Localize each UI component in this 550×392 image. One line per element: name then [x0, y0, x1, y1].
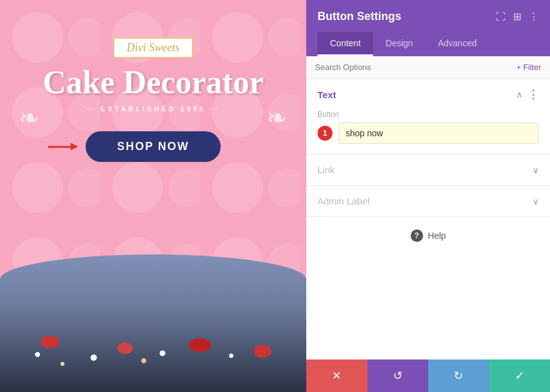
button-field-row: 1 — [318, 123, 539, 144]
filter-button[interactable]: + Filter — [516, 63, 541, 72]
cancel-button[interactable]: ✕ — [306, 359, 368, 392]
brand-badge: Divi Sweets — [113, 38, 193, 58]
arrow-indicator — [48, 146, 73, 148]
established-text: — ESTABLISHED 1996 — — [87, 105, 219, 113]
arrow-shaft — [48, 146, 73, 148]
admin-label-section-title: Admin Label — [318, 196, 369, 206]
admin-label-section-header[interactable]: Admin Label ∨ — [306, 186, 550, 216]
text-section-header[interactable]: Text ∧ ⋮ — [306, 79, 550, 110]
admin-label-section: Admin Label ∨ — [306, 186, 550, 217]
main-title: Cake Decorator — [42, 64, 264, 100]
settings-body: Text ∧ ⋮ Button 1 Link ∨ — [306, 79, 550, 359]
button-text-input[interactable] — [339, 123, 539, 144]
step-badge: 1 — [318, 126, 332, 141]
more-options-icon[interactable]: ⋮ — [529, 11, 539, 23]
tab-content[interactable]: Content — [318, 32, 373, 56]
preview-panel: Divi Sweets Cake Decorator ❧ ❧ — ESTABLI… — [0, 0, 306, 392]
text-section: Text ∧ ⋮ Button 1 — [306, 79, 550, 154]
settings-tabs: Content Design Advanced — [318, 32, 539, 56]
search-input[interactable] — [315, 63, 516, 72]
grid-icon[interactable]: ⊞ — [513, 11, 521, 23]
fullscreen-icon[interactable]: ⛶ — [496, 11, 506, 23]
settings-header: Button Settings ⛶ ⊞ ⋮ Content Design Adv… — [306, 0, 550, 56]
shop-now-button[interactable]: SHOP NOW — [86, 131, 221, 162]
redo-button[interactable]: ↻ — [428, 359, 489, 392]
link-section: Link ∨ — [306, 154, 550, 186]
link-expand-icon[interactable]: ∨ — [532, 165, 539, 175]
tab-advanced[interactable]: Advanced — [426, 32, 489, 56]
text-section-content: Button 1 — [306, 110, 550, 154]
button-field-label: Button — [318, 110, 539, 119]
button-area: SHOP NOW — [86, 131, 221, 162]
section-controls: ∧ ⋮ — [516, 88, 539, 101]
collapse-icon[interactable]: ∧ — [516, 89, 522, 99]
section-menu-icon[interactable]: ⋮ — [528, 88, 539, 101]
settings-title-row: Button Settings ⛶ ⊞ ⋮ — [318, 10, 539, 23]
settings-footer: ✕ ↺ ↻ ✓ — [306, 359, 550, 392]
help-section[interactable]: ? Help — [306, 217, 550, 254]
confirm-button[interactable]: ✓ — [489, 359, 551, 392]
swirl-left-decoration: ❧ — [19, 103, 40, 132]
link-section-header[interactable]: Link ∨ — [306, 154, 550, 185]
search-bar: + Filter — [306, 56, 550, 79]
header-icons: ⛶ ⊞ ⋮ — [496, 11, 539, 23]
brand-name: Divi Sweets — [127, 41, 179, 54]
swirl-right-decoration: ❧ — [266, 103, 288, 132]
preview-content: Divi Sweets Cake Decorator ❧ ❧ — ESTABLI… — [0, 0, 306, 162]
help-icon: ? — [411, 229, 423, 242]
settings-panel: Button Settings ⛶ ⊞ ⋮ Content Design Adv… — [306, 0, 550, 392]
reset-button[interactable]: ↺ — [368, 359, 429, 392]
tab-design[interactable]: Design — [373, 32, 426, 56]
help-text: Help — [428, 231, 446, 241]
food-photo-inner — [0, 254, 306, 392]
text-section-title: Text — [318, 89, 336, 100]
panel-title: Button Settings — [318, 10, 401, 23]
food-photo — [0, 254, 306, 392]
link-section-title: Link — [318, 164, 335, 175]
admin-label-expand-icon[interactable]: ∨ — [532, 196, 539, 206]
